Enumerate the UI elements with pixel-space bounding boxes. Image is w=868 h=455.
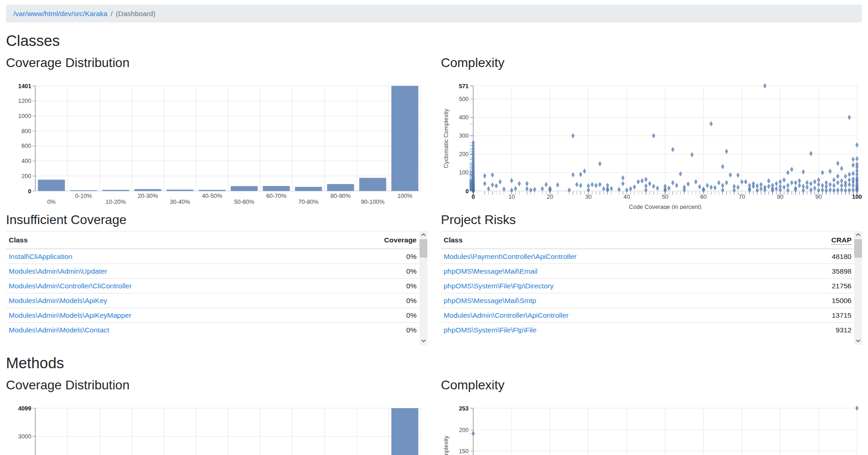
- svg-text:500: 500: [459, 95, 468, 102]
- table-row: Modules\Admin\Models\ApiKeyMapper0%: [6, 308, 420, 323]
- insufficient-coverage-panel: Insufficient Coverage Class Coverage Ins…: [6, 209, 427, 345]
- scrollbar-down-icon[interactable]: [854, 337, 862, 345]
- coverage-value: 0%: [324, 323, 420, 337]
- class-link[interactable]: phpOMS\Message\Mail\Smtp: [444, 297, 537, 304]
- methods-coverage-heading: Coverage Distribution: [6, 377, 427, 393]
- svg-text:10-20%: 10-20%: [106, 198, 126, 205]
- svg-text:200: 200: [22, 173, 31, 180]
- scrollbar-thumb[interactable]: [854, 239, 862, 258]
- methods-complexity-panel: Complexity 05010015020025301020304050607…: [441, 375, 862, 455]
- breadcrumb-current: (Dashboard): [116, 10, 155, 17]
- svg-text:800: 800: [22, 128, 31, 135]
- crap-abbr: CRAP: [831, 236, 851, 245]
- project-risks-scrollbox[interactable]: Class CRAP Modules\Payment\Controller\Ap…: [441, 231, 862, 345]
- svg-text:0: 0: [28, 187, 31, 194]
- svg-text:200: 200: [459, 151, 468, 157]
- coverage-value: 0%: [324, 293, 420, 308]
- crap-value: 21756: [789, 279, 854, 293]
- class-cell: phpOMS\System\File\Ftp\Directory: [441, 279, 789, 293]
- table-row: Install\CliApplication0%: [6, 249, 420, 264]
- table-row: phpOMS\Message\Mail\Email35898: [441, 264, 855, 279]
- scrollbar-up-icon[interactable]: [854, 231, 862, 239]
- svg-text:150: 150: [459, 448, 468, 455]
- classes-coverage-distribution-chart: 02004006008001000120014010%0-10%10-20%20…: [6, 74, 427, 209]
- class-link[interactable]: phpOMS\System\File\Ftp\File: [444, 326, 537, 334]
- classes-coverage-heading: Coverage Distribution: [6, 55, 427, 70]
- svg-text:60-70%: 60-70%: [266, 192, 286, 199]
- svg-text:80-90%: 80-90%: [330, 192, 351, 199]
- svg-text:0: 0: [465, 187, 468, 194]
- class-cell: Modules\Admin\Models\ApiKeyMapper: [6, 308, 324, 323]
- class-link[interactable]: Modules\Admin\Controller\CliController: [9, 282, 132, 290]
- svg-text:40-50%: 40-50%: [202, 192, 222, 199]
- class-cell: phpOMS\Message\Mail\Smtp: [441, 293, 789, 308]
- crap-value: 35898: [789, 264, 854, 279]
- class-link[interactable]: Install\CliApplication: [9, 253, 73, 260]
- class-link[interactable]: Modules\Payment\Controller\ApiController: [444, 253, 577, 260]
- svg-text:100%: 100%: [398, 192, 413, 199]
- svg-text:Code Coverage (in percent): Code Coverage (in percent): [629, 203, 701, 209]
- class-link[interactable]: Modules\Admin\Admin\Updater: [9, 267, 107, 275]
- table-row: Modules\Payment\Controller\ApiController…: [441, 249, 855, 264]
- svg-text:571: 571: [459, 82, 468, 89]
- class-link[interactable]: phpOMS\Message\Mail\Email: [444, 267, 538, 275]
- class-link[interactable]: Modules\Admin\Models\ApiKey: [9, 297, 107, 304]
- table-row: phpOMS\Message\Mail\Smtp15006: [441, 293, 855, 308]
- methods-complexity-chart: 0501001502002530102030405060708090100Cod…: [441, 396, 862, 455]
- class-cell: Modules\Admin\Controller\CliController: [6, 279, 324, 293]
- class-cell: Modules\Admin\Models\ApiKey: [6, 293, 324, 308]
- class-cell: phpOMS\Message\Mail\Email: [441, 264, 789, 279]
- svg-text:Cyclomatic Complexity: Cyclomatic Complexity: [442, 108, 449, 168]
- svg-text:1200: 1200: [18, 97, 31, 104]
- class-link[interactable]: phpOMS\System\File\Ftp\Directory: [444, 282, 554, 290]
- scrollbar-thumb[interactable]: [420, 239, 427, 258]
- coverage-value: 0%: [324, 279, 420, 293]
- scrollbar-up-icon[interactable]: [420, 231, 427, 239]
- svg-text:1000: 1000: [18, 112, 31, 119]
- svg-text:70-80%: 70-80%: [298, 198, 319, 205]
- classes-coverage-panel: Coverage Distribution 020040060080010001…: [6, 52, 427, 209]
- crap-value: 13715: [789, 308, 854, 323]
- svg-text:3000: 3000: [18, 433, 31, 440]
- svg-text:4099: 4099: [18, 404, 31, 411]
- svg-text:200: 200: [459, 427, 468, 433]
- table-scrollbar[interactable]: [854, 231, 862, 345]
- column-header-class: Class: [6, 231, 324, 249]
- scrollbar-down-icon[interactable]: [420, 337, 427, 345]
- class-cell: Modules\Payment\Controller\ApiController: [441, 249, 789, 264]
- classes-complexity-chart: 0100200300400500571010203040506070809010…: [441, 74, 862, 209]
- svg-text:20-30%: 20-30%: [138, 192, 158, 199]
- classes-complexity-heading: Complexity: [441, 55, 862, 70]
- coverage-value: 0%: [324, 249, 420, 264]
- class-link[interactable]: Modules\Admin\Controller\ApiController: [444, 311, 569, 319]
- class-cell: Modules\Admin\Admin\Updater: [6, 264, 324, 279]
- table-row: Modules\Admin\Controller\ApiController13…: [441, 308, 855, 323]
- table-row: Modules\Admin\Admin\Updater0%: [6, 264, 420, 279]
- table-row: phpOMS\System\File\Ftp\Directory21756: [441, 279, 855, 293]
- svg-text:253: 253: [459, 404, 468, 411]
- svg-text:300: 300: [459, 132, 468, 139]
- crap-value: 48180: [789, 249, 854, 264]
- table-row: Modules\Admin\Models\Contact0%: [6, 323, 420, 337]
- class-cell: phpOMS\System\File\Ftp\File: [441, 323, 789, 337]
- svg-text:90-100%: 90-100%: [361, 198, 384, 205]
- column-header-class: Class: [441, 231, 789, 249]
- svg-text:Method Complexity: Method Complexity: [442, 435, 449, 455]
- class-link[interactable]: Modules\Admin\Models\Contact: [9, 326, 109, 334]
- table-row: Modules\Admin\Controller\CliController0%: [6, 279, 420, 293]
- table-scrollbar[interactable]: [420, 231, 427, 345]
- breadcrumb-path-link[interactable]: /var/www/html/dev/src/Karaka: [13, 10, 107, 17]
- class-cell: Modules\Admin\Controller\ApiController: [441, 308, 789, 323]
- methods-section-title: Methods: [6, 354, 862, 372]
- methods-coverage-panel: Coverage Distribution 010002000300040990…: [6, 375, 427, 455]
- insufficient-coverage-table: Class Coverage Install\CliApplication0%M…: [6, 231, 420, 337]
- svg-text:30-40%: 30-40%: [170, 198, 190, 205]
- insufficient-coverage-scrollbox[interactable]: Class Coverage Install\CliApplication0%M…: [6, 231, 427, 345]
- column-header-crap: CRAP: [789, 231, 854, 249]
- coverage-dashboard-page: /var/www/html/dev/src/Karaka/(Dashboard)…: [0, 0, 868, 455]
- breadcrumb: /var/www/html/dev/src/Karaka/(Dashboard): [6, 5, 862, 22]
- class-link[interactable]: Modules\Admin\Models\ApiKeyMapper: [9, 311, 131, 319]
- breadcrumb-separator: /: [111, 10, 112, 17]
- coverage-value: 0%: [324, 264, 420, 279]
- methods-complexity-heading: Complexity: [441, 377, 862, 393]
